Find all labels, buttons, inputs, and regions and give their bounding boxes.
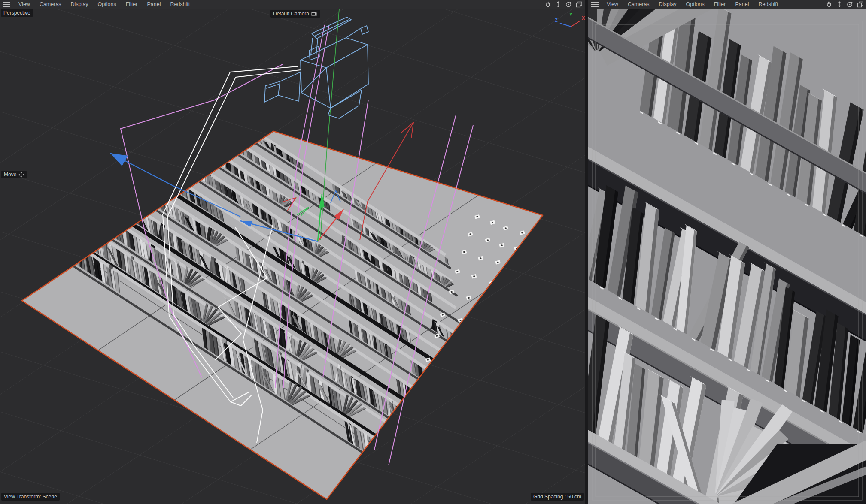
menu-item-panel[interactable]: Panel [730,0,754,8]
orbit-rotate-icon[interactable] [846,1,853,8]
axis-z-label: Z [555,18,558,23]
menu-item-view[interactable]: View [602,0,623,8]
view-transform-status: View Transform: Scene [1,493,60,501]
menu-item-display[interactable]: Display [654,0,681,8]
hamburger-menu-icon[interactable] [3,2,10,7]
perspective-viewport-canvas[interactable] [0,9,585,504]
camera-swap-icon [311,12,318,16]
right-viewport-menubar: ViewCamerasDisplayOptionsFilterPanelReds… [588,0,866,9]
perspective-viewport[interactable] [0,9,585,504]
right-viewport-menu: ViewCamerasDisplayOptionsFilterPanelReds… [602,0,783,8]
menu-item-cameras[interactable]: Cameras [623,0,654,8]
right-viewport-nav-icons [826,1,866,8]
pan-hand-icon[interactable] [544,1,551,8]
maximize-viewport-icon[interactable] [576,1,582,8]
menu-item-filter[interactable]: Filter [709,0,731,8]
camera-selector[interactable]: Default Camera [270,10,320,18]
move-tool-icon [18,172,24,178]
menu-item-panel[interactable]: Panel [142,0,165,8]
menu-item-display[interactable]: Display [66,0,93,8]
pan-hand-icon[interactable] [826,1,833,8]
viewport-label: Perspective [1,9,33,17]
menu-item-options[interactable]: Options [681,0,709,8]
left-viewport-nav-icons [544,1,585,8]
menu-item-redshift[interactable]: Redshift [165,0,194,8]
menu-item-filter[interactable]: Filter [121,0,143,8]
menu-item-redshift[interactable]: Redshift [754,0,783,8]
active-tool-label: Move [1,171,27,178]
menu-item-cameras[interactable]: Cameras [35,0,66,8]
axis-gizmo[interactable]: Y X Z [553,11,586,33]
grid-spacing-status: Grid Spacing : 50 cm [531,493,584,501]
camera-viewport-canvas[interactable] [588,9,866,504]
left-viewport-menubar: ViewCamerasDisplayOptionsFilterPanelReds… [0,0,585,9]
menu-item-options[interactable]: Options [93,0,121,8]
orbit-rotate-icon[interactable] [565,1,572,8]
dolly-zoom-icon[interactable] [836,1,842,8]
dolly-zoom-icon[interactable] [555,1,561,8]
axis-y-label: Y [569,12,573,17]
camera-viewport[interactable] [588,9,866,504]
left-viewport-menu: ViewCamerasDisplayOptionsFilterPanelReds… [14,0,194,8]
maximize-viewport-icon[interactable] [857,1,863,8]
menu-item-view[interactable]: View [14,0,35,8]
viewport-divider[interactable] [585,0,588,504]
hamburger-menu-icon[interactable] [591,2,599,7]
